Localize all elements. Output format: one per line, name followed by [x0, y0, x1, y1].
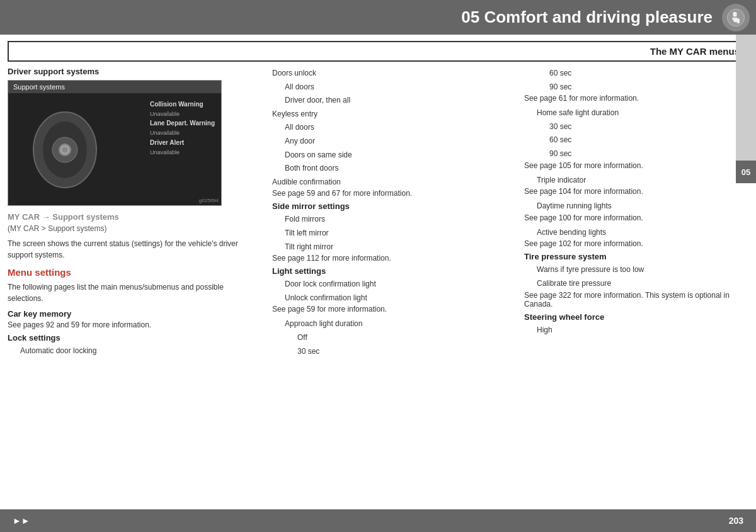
door-lock-conf: Door lock confirmation light	[272, 278, 512, 291]
lock-settings-label: Lock settings	[8, 333, 260, 342]
body-text: The screen shows the current status (set…	[8, 238, 260, 261]
chapter-tab: 05	[736, 35, 756, 183]
steering-wheel-label: Steering wheel force	[524, 312, 748, 322]
image-id: g025694	[199, 198, 219, 203]
fold-mirrors: Fold mirrors	[272, 213, 512, 227]
right-column: 60 sec 90 sec See page 61 for more infor…	[518, 67, 748, 358]
hs-90sec: 90 sec	[524, 147, 748, 161]
home-safe-light: Home safe light duration	[524, 106, 748, 120]
ref-r2: See page 105 for more information.	[524, 161, 748, 170]
svg-rect-2	[737, 18, 740, 23]
header-title: 05 Comfort and driving pleasure	[6, 8, 722, 27]
keyless-entry: Keyless entry	[272, 108, 512, 122]
menu-settings-subtext: The following pages list the main menus/…	[8, 281, 260, 304]
tilt-right: Tilt right mirror	[272, 241, 512, 254]
warning2-title: Lane Depart. Warning	[150, 118, 215, 128]
doors-unlock-l1b: Driver door, then all	[272, 94, 512, 108]
svg-rect-1	[733, 12, 737, 17]
car-illustration	[14, 99, 115, 196]
tire-pressure-label: Tire pressure system	[524, 252, 748, 261]
car-key-memory-ref: See pages 92 and 59 for more information…	[8, 320, 260, 329]
ref-r6: See page 322 for more information. This …	[524, 291, 748, 308]
tilt-left: Tilt left mirror	[272, 227, 512, 241]
side-mirror-label: Side mirror settings	[272, 201, 512, 211]
r-90sec: 90 sec	[524, 81, 748, 94]
warning-items: Collision Warning Unavailable Lane Depar…	[150, 99, 215, 157]
car-key-memory-label: Car key memory	[8, 309, 260, 319]
keyless-l1a: All doors	[272, 121, 512, 135]
ref1: See page 59 and 67 for more information.	[272, 189, 512, 198]
approach-light: Approach light duration	[272, 317, 512, 331]
calibrate: Calibrate tire pressure	[524, 277, 748, 291]
light-settings-label: Light settings	[272, 266, 512, 276]
ref-r4: See page 100 for more information.	[524, 213, 748, 222]
chapter-number: 05	[736, 161, 756, 183]
keyless-l1b: Any door	[272, 135, 512, 149]
support-label: Support systems	[8, 81, 221, 93]
middle-column: Doors unlock All doors Driver door, then…	[272, 67, 518, 358]
mycar-nav: MY CAR → Support systems	[8, 212, 260, 222]
approach-l1b: 30 sec	[272, 345, 512, 359]
ref-r5: See page 102 for more information.	[524, 239, 748, 248]
ref-r3: See page 104 for more information.	[524, 187, 748, 196]
page-header: 05 Comfort and driving pleasure	[0, 0, 756, 35]
main-content: Driver support systems Support systems C…	[0, 67, 756, 358]
warning3-title: Driver Alert	[150, 138, 215, 148]
lock-item1: Automatic door locking	[8, 344, 260, 358]
both-front-doors: Both front doors	[272, 162, 512, 176]
doors-unlock-l1a: All doors	[272, 81, 512, 94]
keyless-l1c: Doors on same side	[272, 149, 512, 162]
menu-settings-heading: Menu settings	[8, 267, 260, 278]
driver-support-heading: Driver support systems	[8, 67, 260, 76]
active-bending: Active bending lights	[524, 226, 748, 240]
approach-l1a: Off	[272, 331, 512, 345]
unlock-confirmation-light: Unlock confirmation light	[272, 291, 512, 305]
bottom-bar: ►► 203	[0, 509, 756, 532]
ref-r1: See page 61 for more information.	[524, 94, 748, 103]
ref3: See page 59 for more information.	[272, 305, 512, 314]
section-title-bar: The MY CAR menus	[8, 41, 748, 62]
r-60sec: 60 sec	[524, 67, 748, 81]
hs-60sec: 60 sec	[524, 133, 748, 147]
hs-30sec: 30 sec	[524, 120, 748, 134]
warning3-sub: Unavailable	[150, 148, 215, 157]
car-image-box: Support systems Collision Warning Unavai…	[8, 80, 222, 206]
daytime-running: Daytime running lights	[524, 200, 748, 213]
warns-tyre: Warns if tyre pressure is too low	[524, 263, 748, 277]
warning2-sub: Unavailable	[150, 128, 215, 137]
audible-confirmation: Audible confirmation	[272, 176, 512, 190]
section-title: The MY CAR menus	[650, 46, 740, 57]
page-number: 203	[729, 516, 743, 526]
warning1-sub: Unavailable	[150, 110, 215, 118]
triple-indicator: Triple indicator	[524, 174, 748, 188]
seat-icon	[722, 4, 750, 31]
ref2: See page 112 for more information.	[272, 254, 512, 263]
warning1-title: Collision Warning	[150, 99, 215, 110]
steering-high: High	[524, 324, 748, 337]
navigation-arrows[interactable]: ►►	[13, 516, 30, 526]
mycar-nav-paren: (MY CAR > Support systems)	[8, 224, 260, 233]
left-column: Driver support systems Support systems C…	[8, 67, 272, 358]
doors-unlock: Doors unlock	[272, 67, 512, 81]
